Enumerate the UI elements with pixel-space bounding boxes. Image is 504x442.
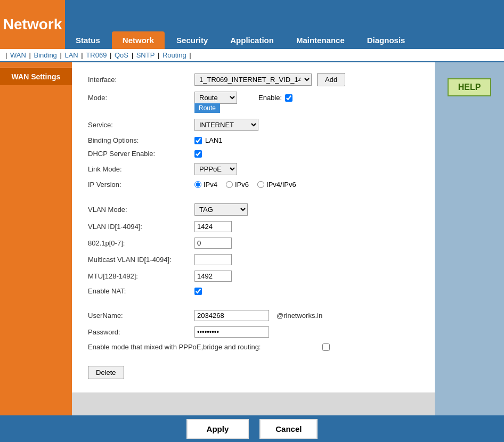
main-nav: Status Network Security Application Main… [65,11,504,49]
ipv4ipv6-label: IPv4/IPv6 [266,181,296,189]
subnav-wan[interactable]: WAN [10,51,26,59]
ip-version-row: IP Version: IPv4 IPv6 IPv4/I [88,181,419,189]
enable-nat-row: Enable NAT: [88,287,419,295]
enable-nat-checkbox[interactable] [194,288,202,295]
route-hint: Route [194,103,220,113]
mixed-mode-checkbox[interactable] [322,343,330,351]
tab-diagnosis[interactable]: Diagnosis [356,31,416,49]
ipv6-radio[interactable] [226,181,233,188]
ip-version-label: IP Version: [88,181,194,189]
enable-checkbox[interactable] [285,94,292,102]
dhcp-label: DHCP Server Enable: [88,150,194,158]
binding-lan1-checkbox[interactable] [194,137,202,144]
sidebar: WAN Settings [0,62,72,424]
tab-maintenance[interactable]: Maintenance [286,31,355,49]
binding-lan1-label: LAN1 [205,136,223,144]
enable-nat-label: Enable NAT: [88,287,194,295]
vlan-mode-label: VLAN Mode: [88,206,194,214]
sub-nav: | WAN | Binding | LAN | TR069 | QoS | SN… [0,49,504,62]
mode-row: Mode: Route Bridge Route Enable: [88,92,419,104]
subnav-sntp[interactable]: SNTP [136,51,155,59]
vlan-mode-row: VLAN Mode: TAG UNTAG [88,203,419,216]
vlan-id-input[interactable]: 1424 [194,221,232,232]
username-input[interactable]: 2034268 [194,310,269,321]
vlan-id-row: VLAN ID[1-4094]: 1424 [88,221,419,232]
subnav-lan[interactable]: LAN [64,51,78,59]
add-button[interactable]: Add [317,73,345,86]
sidebar-item-wan-settings[interactable]: WAN Settings [0,68,72,85]
dot1p-input[interactable]: 0 [194,238,232,249]
brand-text: Network [3,16,62,33]
service-row: Service: INTERNET TR069 [88,119,419,131]
service-select[interactable]: INTERNET TR069 [194,119,258,131]
mtu-input[interactable]: 1492 [194,271,232,282]
ipv4-label: IPv4 [204,181,217,189]
ipv4ipv6-radio[interactable] [257,181,264,188]
cancel-button[interactable]: Cancel [259,419,318,439]
bottom-bar: Apply Cancel [0,415,504,442]
mode-dropdown-wrapper: Route Bridge Route [194,92,237,104]
password-label: Password: [88,328,194,336]
mixed-mode-row: Enable mode that mixed with PPPoE,bridge… [88,343,419,351]
ipv6-label: IPv6 [235,181,249,189]
link-mode-select[interactable]: PPPoE DHCP Static [194,163,237,175]
tab-status[interactable]: Status [65,31,111,49]
binding-label: Binding Options: [88,136,194,144]
mtu-row: MTU[128-1492]: 1492 [88,271,419,282]
mode-label: Mode: [88,94,194,102]
service-label: Service: [88,121,194,129]
subnav-binding[interactable]: Binding [34,51,56,59]
mixed-mode-label: Enable mode that mixed with PPPoE,bridge… [88,343,322,351]
dot1p-row: 802.1p[0-7]: 0 [88,238,419,249]
tab-network[interactable]: Network [112,31,165,49]
binding-row: Binding Options: LAN1 [88,136,419,144]
vlan-mode-select[interactable]: TAG UNTAG [194,203,248,216]
enable-section: Enable: [258,94,292,102]
subnav-qos[interactable]: QoS [115,51,128,59]
help-button[interactable]: HELP [448,78,492,96]
link-mode-label: Link Mode: [88,165,194,173]
multicast-vlan-input[interactable] [194,254,232,265]
interface-row: Interface: 1_TR069_INTERNET_R_VID_1424 A… [88,73,419,86]
username-row: UserName: 2034268 @rinetworks.in [88,310,419,321]
subnav-tr069[interactable]: TR069 [86,51,107,59]
mtu-label: MTU[128-1492]: [88,272,194,280]
help-panel: HELP [435,62,504,424]
dhcp-checkbox[interactable] [194,150,202,158]
multicast-vlan-label: Multicast VLAN ID[1-4094]: [88,256,194,264]
vlan-id-label: VLAN ID[1-4094]: [88,223,194,231]
tab-security[interactable]: Security [166,31,218,49]
brand-logo: Network [0,0,65,49]
ip-version-radio-group: IPv4 IPv6 IPv4/IPv6 [194,181,296,189]
tab-application[interactable]: Application [220,31,284,49]
dhcp-row: DHCP Server Enable: [88,150,419,158]
enable-label: Enable: [258,94,282,102]
username-label: UserName: [88,312,194,320]
dot1p-label: 802.1p[0-7]: [88,239,194,247]
interface-select[interactable]: 1_TR069_INTERNET_R_VID_1424 [194,73,312,86]
multicast-vlan-row: Multicast VLAN ID[1-4094]: [88,254,419,265]
subnav-routing[interactable]: Routing [162,51,186,59]
radio-ipv6: IPv6 [226,181,249,189]
apply-button[interactable]: Apply [186,419,249,439]
password-input[interactable] [194,326,269,338]
ipv4-radio[interactable] [194,181,201,188]
link-mode-row: Link Mode: PPPoE DHCP Static [88,163,419,175]
delete-button[interactable]: Delete [88,366,124,379]
radio-ipv4: IPv4 [194,181,217,189]
username-domain: @rinetworks.in [277,312,322,320]
interface-label: Interface: [88,76,194,84]
mode-select[interactable]: Route Bridge [194,92,237,104]
radio-ipv4ipv6: IPv4/IPv6 [257,181,296,189]
password-row: Password: [88,326,419,338]
